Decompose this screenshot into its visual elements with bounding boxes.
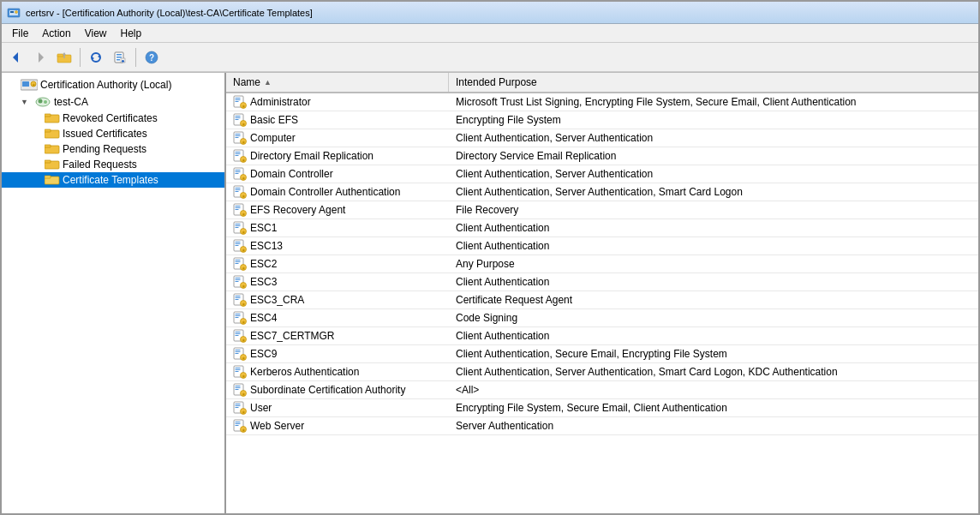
- cert-template-icon: ★: [233, 257, 247, 271]
- list-item[interactable]: ★ UserEncrypting File System, Secure Ema…: [226, 399, 978, 417]
- row-name-cell: ★ EFS Recovery Agent: [226, 201, 449, 219]
- svg-rect-32: [45, 129, 51, 132]
- cert-template-icon: ★: [233, 131, 247, 145]
- row-purpose-cell: Client Authentication, Server Authentica…: [449, 364, 978, 380]
- column-purpose[interactable]: Intended Purpose: [449, 73, 978, 92]
- list-item[interactable]: ★ ESC9Client Authentication, Secure Emai…: [226, 345, 978, 363]
- list-item[interactable]: ★ Basic EFSEncrypting File System: [226, 111, 978, 129]
- svg-marker-4: [13, 52, 18, 63]
- row-purpose-cell: Client Authentication, Server Authentica…: [449, 184, 978, 200]
- help-button[interactable]: ?: [140, 46, 163, 69]
- list-item[interactable]: ★ ESC3Client Authentication: [226, 273, 978, 291]
- svg-rect-76: [236, 206, 241, 207]
- cert-template-icon: ★: [233, 275, 247, 289]
- svg-rect-132: [236, 371, 239, 372]
- svg-rect-120: [236, 335, 239, 336]
- sidebar-item-test-ca[interactable]: ▼ test-CA: [2, 93, 224, 111]
- list-item[interactable]: ★ Web ServerServer Authentication: [226, 417, 978, 435]
- menu-help[interactable]: Help: [114, 26, 149, 41]
- svg-rect-13: [117, 54, 122, 56]
- sidebar-item-issued[interactable]: Issued Certificates: [2, 126, 224, 141]
- row-name-text: Basic EFS: [250, 114, 298, 126]
- templates-label: Certificate Templates: [63, 174, 158, 186]
- sidebar-item-failed[interactable]: Failed Requests: [2, 157, 224, 172]
- svg-rect-148: [236, 422, 241, 422]
- testca-icon: [34, 95, 51, 109]
- list-item[interactable]: ★ Kerberos AuthenticationClient Authenti…: [226, 363, 978, 381]
- svg-rect-78: [236, 209, 239, 210]
- sidebar-item-revoked[interactable]: Revoked Certificates: [2, 111, 224, 126]
- failed-label: Failed Requests: [63, 159, 137, 171]
- back-button[interactable]: [5, 46, 27, 69]
- svg-point-27: [44, 100, 47, 104]
- list-item[interactable]: ★ AdministratorMicrosoft Trust List Sign…: [226, 93, 978, 111]
- sidebar-item-pending[interactable]: Pending Requests: [2, 141, 224, 157]
- column-name[interactable]: Name ▲: [226, 73, 449, 92]
- sort-arrow-icon: ▲: [264, 78, 272, 87]
- list-item[interactable]: ★ ESC7_CERTMGRClient Authentication: [226, 327, 978, 345]
- cert-template-icon: ★: [233, 293, 247, 307]
- svg-rect-2: [10, 11, 14, 13]
- svg-marker-5: [39, 52, 44, 63]
- list-item[interactable]: ★ ComputerClient Authentication, Server …: [226, 129, 978, 147]
- svg-rect-58: [236, 152, 241, 153]
- row-name-cell: ★ User: [226, 399, 449, 416]
- row-name-text: Domain Controller Authentication: [250, 186, 400, 198]
- cert-template-icon: ★: [233, 95, 247, 109]
- svg-rect-72: [236, 191, 239, 192]
- svg-rect-89: [236, 243, 241, 244]
- svg-rect-125: [236, 351, 241, 352]
- menu-view[interactable]: View: [78, 26, 114, 41]
- svg-rect-137: [236, 387, 241, 388]
- refresh-button[interactable]: [85, 46, 107, 69]
- list-item[interactable]: ★ Directory Email ReplicationDirectory S…: [226, 147, 978, 165]
- cert-template-icon: ★: [233, 329, 247, 343]
- svg-rect-143: [236, 405, 241, 406]
- svg-rect-102: [236, 281, 239, 282]
- list-item[interactable]: ★ EFS Recovery AgentFile Recovery: [226, 201, 978, 219]
- list-item[interactable]: ★ ESC2Any Purpose: [226, 255, 978, 273]
- menu-file[interactable]: File: [5, 26, 35, 41]
- expand-icon-testca: ▼: [21, 98, 33, 106]
- svg-rect-30: [45, 114, 51, 117]
- row-purpose-cell: Encrypting File System: [449, 112, 978, 128]
- svg-rect-95: [236, 261, 241, 262]
- list-item[interactable]: ★ ESC3_CRACertificate Request Agent: [226, 291, 978, 309]
- folder-icon-issued: [45, 128, 60, 140]
- row-purpose-cell: Directory Service Email Replication: [449, 148, 978, 164]
- row-purpose-cell: Encrypting File System, Secure Email, Cl…: [449, 400, 978, 416]
- export-button[interactable]: [109, 46, 131, 69]
- sidebar-item-ca-local[interactable]: ★ Certification Authority (Local): [2, 76, 224, 93]
- sidebar-item-cert-templates[interactable]: Certificate Templates: [2, 172, 224, 188]
- svg-rect-53: [236, 135, 241, 136]
- menu-action[interactable]: Action: [35, 26, 77, 41]
- svg-rect-100: [236, 278, 241, 278]
- row-name-text: ESC13: [250, 240, 283, 252]
- cert-template-icon: ★: [233, 401, 247, 415]
- svg-rect-96: [236, 263, 239, 264]
- folder-icon-failed: [45, 159, 60, 171]
- row-purpose-cell: Any Purpose: [449, 256, 978, 272]
- row-name-cell: ★ Web Server: [226, 417, 449, 434]
- svg-text:?: ?: [149, 53, 154, 63]
- forward-button[interactable]: [29, 46, 51, 69]
- folder-icon-revoked: [45, 112, 60, 124]
- svg-rect-46: [236, 116, 241, 117]
- up-button[interactable]: [53, 46, 75, 69]
- list-item[interactable]: ★ Domain ControllerClient Authentication…: [226, 165, 978, 183]
- list-item[interactable]: ★ ESC13Client Authentication: [226, 237, 978, 255]
- cert-template-icon: ★: [233, 167, 247, 181]
- list-item[interactable]: ★ Subordinate Certification Authority<Al…: [226, 381, 978, 399]
- svg-rect-22: [22, 81, 29, 87]
- row-name-cell: ★ Directory Email Replication: [226, 147, 449, 165]
- svg-rect-65: [236, 171, 241, 172]
- svg-rect-131: [236, 369, 241, 370]
- row-name-cell: ★ ESC1: [226, 219, 449, 237]
- row-name-text: Directory Email Replication: [250, 150, 373, 162]
- list-item[interactable]: ★ Domain Controller AuthenticationClient…: [226, 183, 978, 201]
- svg-rect-77: [236, 207, 241, 208]
- svg-rect-124: [236, 350, 241, 350]
- refresh-icon: [89, 51, 103, 64]
- list-item[interactable]: ★ ESC4Code Signing: [226, 309, 978, 327]
- list-item[interactable]: ★ ESC1Client Authentication: [226, 219, 978, 237]
